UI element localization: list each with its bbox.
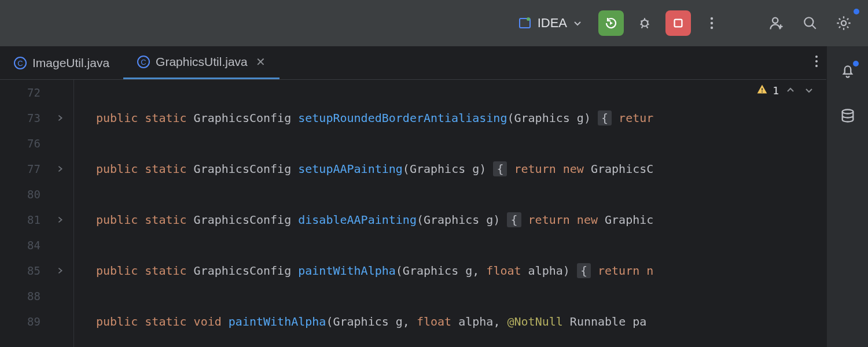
tab-label: ImageUtil.java xyxy=(32,56,109,70)
line-number[interactable]: 77 xyxy=(0,163,46,175)
line-number[interactable]: 76 xyxy=(0,137,46,150)
svg-point-14 xyxy=(815,56,818,58)
stop-button[interactable] xyxy=(665,10,691,36)
fold-toggle[interactable] xyxy=(46,267,74,275)
run-config-label: IDEA xyxy=(538,16,567,31)
line-number[interactable]: 85 xyxy=(0,264,46,277)
line-number[interactable]: 81 xyxy=(0,213,46,226)
code-line[interactable]: 81public static GraphicsConfig disableAA… xyxy=(0,207,826,232)
debug-button[interactable] xyxy=(632,10,657,36)
svg-text:C: C xyxy=(17,59,23,68)
add-user-icon xyxy=(768,15,785,31)
notifications-button[interactable] xyxy=(840,62,856,81)
fold-toggle[interactable] xyxy=(46,114,74,122)
inspection-widget[interactable]: 1 xyxy=(756,83,816,98)
gear-icon xyxy=(836,15,852,31)
line-number[interactable]: 84 xyxy=(0,239,46,252)
right-tool-rail xyxy=(826,46,868,347)
code-content: public static GraphicsConfig paintWithAl… xyxy=(74,264,653,278)
line-number[interactable]: 88 xyxy=(0,290,46,302)
database-icon xyxy=(840,108,856,124)
svg-point-2 xyxy=(642,20,648,27)
svg-point-19 xyxy=(842,110,853,114)
code-with-me-button[interactable] xyxy=(764,10,789,36)
svg-point-15 xyxy=(815,60,818,62)
line-number[interactable]: 80 xyxy=(0,188,46,201)
more-actions-button[interactable] xyxy=(699,10,724,36)
run-button[interactable] xyxy=(598,10,624,36)
svg-text:C: C xyxy=(141,58,146,67)
prev-highlight-button[interactable] xyxy=(784,84,797,98)
code-line[interactable]: 76 xyxy=(0,131,826,156)
database-tool-button[interactable] xyxy=(840,108,856,126)
tab-graphicsutil[interactable]: C GraphicsUtil.java ✕ xyxy=(123,46,279,79)
stop-icon xyxy=(672,17,685,29)
fold-toggle[interactable] xyxy=(46,216,74,224)
warning-icon xyxy=(756,83,768,98)
java-class-icon: C xyxy=(14,57,27,69)
chevron-down-icon xyxy=(573,19,582,28)
bug-icon xyxy=(637,16,652,31)
kebab-icon xyxy=(815,54,818,68)
code-content: public static GraphicsConfig disableAAPa… xyxy=(74,213,653,227)
chevron-right-icon xyxy=(56,216,64,224)
chevron-right-icon xyxy=(56,114,64,122)
svg-rect-3 xyxy=(675,20,682,27)
code-content: public static void paintWithAlpha(Graphi… xyxy=(74,315,646,328)
fold-toggle[interactable] xyxy=(46,165,74,173)
code-line[interactable]: 84 xyxy=(0,232,826,258)
search-button[interactable] xyxy=(797,10,823,36)
svg-rect-17 xyxy=(762,88,763,90)
main-toolbar: IDEA xyxy=(0,0,868,46)
line-number[interactable]: 73 xyxy=(0,112,46,124)
code-content: public static GraphicsConfig setupRounde… xyxy=(74,111,653,125)
code-line[interactable]: 89public static void paintWithAlpha(Grap… xyxy=(0,309,826,334)
next-highlight-button[interactable] xyxy=(802,84,816,98)
kebab-icon xyxy=(710,16,713,30)
code-line[interactable]: 80 xyxy=(0,182,826,207)
tab-label: GraphicsUtil.java xyxy=(156,55,248,69)
chevron-right-icon xyxy=(56,267,64,275)
line-number[interactable]: 72 xyxy=(0,86,46,99)
code-line[interactable]: 72 xyxy=(0,80,826,105)
code-line[interactable]: 77public static GraphicsConfig setupAAPa… xyxy=(0,156,826,182)
code-content: public static GraphicsConfig setupAAPain… xyxy=(74,162,653,176)
svg-rect-18 xyxy=(762,91,763,93)
close-tab-button[interactable]: ✕ xyxy=(256,55,266,69)
editor-tab-bar: C ImageUtil.java C GraphicsUtil.java ✕ xyxy=(0,46,826,80)
svg-point-9 xyxy=(841,21,846,25)
svg-point-6 xyxy=(711,27,713,29)
svg-point-8 xyxy=(804,17,813,26)
svg-point-16 xyxy=(815,65,818,67)
java-class-icon: C xyxy=(137,56,150,68)
rerun-icon xyxy=(604,16,618,30)
notification-badge-dot xyxy=(853,61,859,67)
code-line[interactable]: 73public static GraphicsConfig setupRoun… xyxy=(0,105,826,131)
window-icon xyxy=(518,16,532,30)
svg-point-1 xyxy=(527,17,530,21)
warning-count: 1 xyxy=(773,84,779,97)
settings-badge-dot xyxy=(854,9,859,14)
svg-point-4 xyxy=(711,17,713,20)
code-line[interactable]: 85public static GraphicsConfig paintWith… xyxy=(0,258,826,283)
line-number[interactable]: 89 xyxy=(0,315,46,328)
tab-list-button[interactable] xyxy=(815,54,818,72)
svg-point-7 xyxy=(773,18,778,23)
settings-button[interactable] xyxy=(831,10,856,36)
search-icon xyxy=(803,16,818,31)
run-configuration-dropdown[interactable]: IDEA xyxy=(510,12,590,34)
svg-point-5 xyxy=(711,22,713,24)
chevron-right-icon xyxy=(56,165,64,173)
tab-imageutil[interactable]: C ImageUtil.java xyxy=(0,46,123,79)
code-line[interactable]: 88 xyxy=(0,283,826,309)
code-editor[interactable]: 1 7273public static GraphicsConfig setup… xyxy=(0,80,826,347)
